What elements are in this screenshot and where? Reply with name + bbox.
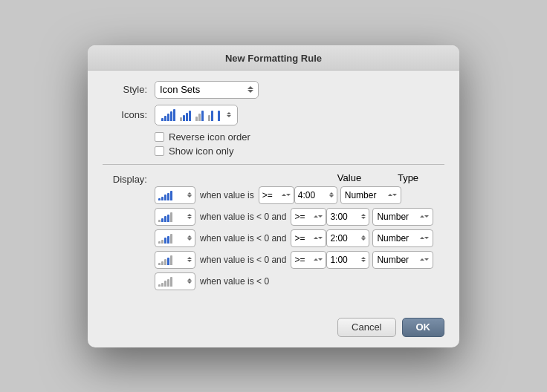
val-arrow-up-3 bbox=[361, 235, 366, 238]
reverse-icon-row: Reverse icon order bbox=[155, 131, 444, 143]
style-stepper[interactable] bbox=[247, 86, 253, 93]
rule-icon-5 bbox=[158, 276, 172, 287]
divider bbox=[103, 164, 444, 165]
val-stepper-2[interactable] bbox=[361, 214, 366, 219]
val-input-1[interactable]: 4:00 bbox=[294, 186, 337, 204]
type-select-2[interactable]: Number bbox=[372, 208, 433, 226]
icon-select-arrow-2 bbox=[187, 214, 192, 219]
rule-row-1: when value is >= 4:00 Numbe bbox=[155, 186, 444, 204]
val-input-3[interactable]: 2:00 bbox=[326, 229, 369, 247]
icon-select-arrow-5 bbox=[187, 278, 192, 284]
ok-button[interactable]: OK bbox=[402, 318, 445, 337]
op-value-1: >= bbox=[262, 190, 282, 200]
val-input-2[interactable]: 3:00 bbox=[326, 208, 369, 226]
op-select-2[interactable]: >= bbox=[291, 208, 326, 226]
icons-arrow-up-icon bbox=[227, 112, 231, 114]
style-value: Icon Sets bbox=[160, 84, 246, 95]
type-select-3[interactable]: Number bbox=[372, 229, 433, 247]
rule-icon-3 bbox=[158, 233, 172, 244]
val-stepper-4[interactable] bbox=[361, 257, 366, 262]
val-arrow-down-4 bbox=[361, 260, 366, 262]
icons-label: Icons: bbox=[103, 109, 155, 120]
arrow-up-icon bbox=[187, 192, 192, 195]
arrow-down-icon-5 bbox=[187, 281, 192, 284]
style-dropdown[interactable]: Icon Sets bbox=[155, 81, 259, 99]
arrow-up-icon-4 bbox=[187, 257, 192, 259]
type-value-3: Number bbox=[377, 233, 420, 244]
rule-icon-2 bbox=[158, 212, 172, 222]
val-stepper-3[interactable] bbox=[361, 235, 366, 241]
col-value-header: Value bbox=[327, 172, 372, 183]
arrow-up-icon-2 bbox=[187, 214, 192, 216]
style-label: Style: bbox=[103, 84, 155, 95]
reverse-icon-checkbox[interactable] bbox=[155, 132, 164, 142]
icon-select-1[interactable] bbox=[155, 186, 195, 204]
icon-select-4[interactable] bbox=[155, 251, 195, 269]
show-icon-only-label: Show icon only bbox=[169, 146, 233, 157]
icon-select-arrow-3 bbox=[187, 235, 192, 241]
op-arrow-down-2 bbox=[318, 215, 323, 218]
options-block: Reverse icon order Show icon only bbox=[155, 131, 444, 157]
rule-text-2: when value is < 0 and bbox=[200, 212, 286, 222]
val-stepper-1[interactable] bbox=[329, 192, 334, 197]
icons-arrow-down-icon bbox=[227, 115, 231, 117]
op-arrow-down-3 bbox=[318, 237, 323, 239]
icon-preview-1 bbox=[161, 109, 175, 121]
arrow-down-icon-3 bbox=[187, 238, 192, 241]
val-text-4: 1:00 bbox=[330, 255, 360, 265]
icon-select-arrow-4 bbox=[187, 257, 192, 262]
dialog: New Formatting Rule Style: Icon Sets Ico… bbox=[88, 45, 459, 347]
rule-row-2: when value is < 0 and >= 3:00 bbox=[155, 208, 444, 226]
icon-select-5[interactable] bbox=[155, 272, 195, 290]
icon-select-2[interactable] bbox=[155, 208, 195, 226]
style-arrow-down-icon bbox=[247, 90, 253, 93]
rule-row-4: when value is < 0 and >= 1:00 bbox=[155, 251, 444, 269]
icon-preview-5 bbox=[218, 109, 220, 121]
val-text-1: 4:00 bbox=[298, 190, 328, 200]
rule-text-4: when value is < 0 and bbox=[200, 255, 286, 265]
col-type-header: Type bbox=[375, 172, 441, 183]
show-icon-only-row: Show icon only bbox=[155, 146, 444, 157]
rule-icon-4 bbox=[158, 255, 172, 265]
type-arrow-down-4 bbox=[424, 258, 429, 261]
style-arrow-up-icon bbox=[247, 86, 253, 89]
dialog-title: New Formatting Rule bbox=[225, 53, 322, 64]
op-select-1[interactable]: >= bbox=[259, 186, 294, 204]
type-arrow-down-1 bbox=[392, 194, 397, 196]
arrow-down-icon-4 bbox=[187, 260, 192, 262]
type-arrow-down-2 bbox=[424, 215, 429, 218]
op-arrow-down-4 bbox=[318, 258, 323, 261]
val-input-4[interactable]: 1:00 bbox=[326, 251, 369, 269]
show-icon-only-checkbox[interactable] bbox=[155, 146, 164, 156]
val-text-2: 3:00 bbox=[330, 212, 360, 222]
rule-text-3: when value is < 0 and bbox=[200, 233, 286, 244]
arrow-up-icon-3 bbox=[187, 235, 192, 238]
val-arrow-up-4 bbox=[361, 257, 366, 259]
cancel-button[interactable]: Cancel bbox=[337, 318, 395, 337]
icons-row: Icons: bbox=[103, 105, 444, 125]
rule-text-5: when value is < 0 bbox=[200, 276, 269, 287]
op-select-4[interactable]: >= bbox=[291, 251, 326, 269]
type-select-1[interactable]: Number bbox=[340, 186, 401, 204]
icons-preview[interactable] bbox=[155, 105, 238, 125]
type-arrow-down-3 bbox=[424, 237, 429, 239]
op-value-2: >= bbox=[294, 212, 314, 222]
style-row: Style: Icon Sets bbox=[103, 81, 444, 99]
op-select-3[interactable]: >= bbox=[291, 229, 326, 247]
type-select-4[interactable]: Number bbox=[372, 251, 433, 269]
rule-icon-1 bbox=[158, 190, 172, 200]
icons-dropdown-btn[interactable] bbox=[227, 112, 231, 117]
val-arrow-down-2 bbox=[361, 217, 366, 219]
arrow-down-icon-2 bbox=[187, 217, 192, 219]
arrow-down-icon bbox=[187, 195, 192, 197]
type-value-4: Number bbox=[377, 255, 420, 265]
icon-select-arrow-1 bbox=[187, 192, 192, 197]
icon-preview-4 bbox=[208, 109, 213, 121]
val-arrow-down-3 bbox=[361, 238, 366, 241]
icon-preview-2 bbox=[180, 109, 191, 121]
icon-select-3[interactable] bbox=[155, 229, 195, 247]
op-value-3: >= bbox=[294, 233, 314, 244]
footer: Cancel OK bbox=[88, 310, 459, 347]
display-label: Display: bbox=[103, 172, 155, 185]
op-value-4: >= bbox=[294, 255, 314, 265]
